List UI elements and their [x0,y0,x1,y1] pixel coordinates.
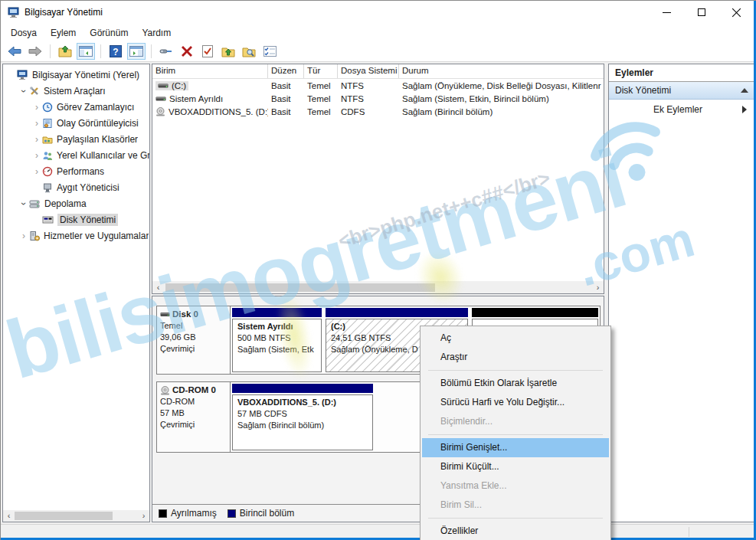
tree-item-device-manager[interactable]: Aygıt Yöneticisi [3,179,149,195]
back-icon[interactable] [5,43,24,60]
checklist-icon[interactable] [260,43,279,60]
actions-title: Eylemler [609,64,754,82]
primary-partition-bar [232,308,322,317]
chevron-collapsed-icon[interactable]: › [31,166,42,177]
svg-text:?: ? [113,47,118,57]
menu-eylem[interactable]: Eylem [44,25,83,41]
tree-item-local-users-groups[interactable]: › Yerel Kullanıcılar ve Gru [3,147,149,163]
toolbar-separator [50,44,51,58]
app-icon [8,6,20,18]
actions-item-more-actions[interactable]: Ek Eylemler [609,100,754,119]
column-header-duzen[interactable]: Düzen [268,64,304,78]
maximize-icon [698,8,705,16]
folder-upload-icon[interactable] [219,43,237,60]
partition-vboxadditions[interactable]: VBOXADDITIONS_5. (D:) 57 MB CDFS Sağlam … [231,383,374,451]
tree-item-services-applications[interactable]: › Hizmetler ve Uygulamalar [3,227,149,244]
disk-management-icon [42,214,54,225]
submenu-arrow-icon [742,106,747,113]
volume-row-vboxadditions[interactable]: VBOXADDITIONS_5. (D:) Basit Temel CDFS S… [152,105,604,118]
scroll-right-icon[interactable]: › [138,510,149,522]
scroll-left-icon[interactable]: ‹ [3,510,15,522]
tree-item-storage[interactable]: › Depolama [3,195,149,211]
tree-item-task-scheduler[interactable]: › Görev Zamanlayıcı [3,99,149,115]
check-document-icon[interactable] [198,43,217,60]
chevron-expanded-icon[interactable]: › [18,86,29,97]
column-header-dosya-sistemi[interactable]: Dosya Sistemi [338,64,399,78]
menu-item-add-mirror: Yansıtma Ekle... [422,476,609,496]
menu-item-extend-volume[interactable]: Birimi Genişlet... [422,438,609,457]
chevron-collapsed-icon[interactable]: › [31,150,42,161]
services-icon [29,231,40,241]
tree-item-computer-management[interactable]: Bilgisayar Yönetimi (Yerel) [3,67,149,83]
chevron-collapsed-icon[interactable]: › [31,118,42,129]
toolbar: ? [1,41,756,62]
cd-icon [155,107,165,116]
window-title: Bilgisayar Yönetimi [25,7,103,18]
scroll-thumb[interactable] [165,283,435,292]
toolbar-separator [100,44,101,58]
drive-icon [160,311,170,318]
device-manager-icon [42,182,53,193]
menu-item-properties[interactable]: Özellikler [422,522,609,540]
primary-partition-swatch [227,509,236,518]
primary-partition-bar [326,308,468,317]
menu-dosya[interactable]: Dosya [4,25,44,41]
collapse-icon[interactable] [741,88,748,93]
actions-panel: Eylemler Disk Yönetimi Ek Eylemler [608,64,755,522]
menu-item-shrink-volume[interactable]: Birimi Küçült... [422,457,609,476]
scroll-right-icon[interactable]: › [592,282,604,293]
tree-horizontal-scrollbar[interactable]: ‹ › [3,510,149,522]
folder-search-icon[interactable] [240,43,258,60]
computer-icon [17,70,28,80]
menu-yardim[interactable]: Yardım [135,25,178,41]
column-header-birim[interactable]: Birim [152,64,268,78]
menu-gorunum[interactable]: Görünüm [83,25,135,41]
delete-icon[interactable] [178,43,196,60]
column-header-tur[interactable]: Tür [304,64,338,78]
menu-item-change-drive-letter[interactable]: Sürücü Harfi ve Yolu Değiştir... [422,393,609,412]
disk0-label[interactable]: Disk 0 Temel 39,06 GB Çevrimiçi [157,306,231,374]
chevron-expanded-icon[interactable]: › [18,198,29,209]
scroll-left-icon[interactable]: ‹ [152,282,164,293]
tree-item-disk-management[interactable]: Disk Yönetimi [3,211,149,227]
maximize-button[interactable] [684,1,719,24]
volume-row-system-reserved[interactable]: Sistem Ayrıldı Basit Temel NTFS Sağlam (… [152,92,604,105]
menu-bar: Dosya Eylem Görünüm Yardım [1,24,756,41]
menu-item-mark-partition-active[interactable]: Bölümü Etkin Olarak İşaretle [422,374,609,393]
chevron-collapsed-icon[interactable]: › [31,102,42,113]
column-header-durum[interactable]: Durum [399,64,604,78]
legend-unallocated: Ayrılmamış [159,508,217,519]
help-icon[interactable]: ? [106,43,125,60]
minimize-button[interactable] [649,1,684,24]
tree-item-event-viewer[interactable]: › Olay Görüntüleyicisi [3,115,149,131]
menu-separator [428,434,603,435]
console-tool-icon[interactable] [157,43,175,60]
up-folder-icon[interactable] [56,43,74,60]
performance-icon [42,166,53,177]
list-horizontal-scrollbar[interactable]: ‹ › [152,281,604,293]
tree-item-system-tools[interactable]: › Sistem Araçları [3,83,149,99]
tree-item-performance[interactable]: › Performans [3,163,149,179]
tree-item-shared-folders[interactable]: › Paylaşılan Klasörler [3,131,149,147]
partition-system-reserved[interactable]: Sistem Ayrıldı 500 MB NTFS Sağlam (Siste… [231,307,322,373]
close-button[interactable] [719,1,754,24]
chevron-collapsed-icon[interactable]: › [31,134,42,145]
volume-row-c[interactable]: (C:) Basit Temel NTFS Sağlam (Önyükleme,… [152,79,604,92]
toggle-console-tree-icon[interactable] [77,43,95,60]
actions-section-disk-management[interactable]: Disk Yönetimi [609,82,754,100]
unallocated-swatch [159,509,167,518]
unallocated-bar [472,308,598,317]
menu-item-ac[interactable]: Aç [422,329,609,348]
console-tree-panel: Bilgisayar Yönetimi (Yerel) › Sistem Ara… [2,64,150,522]
drive-icon [158,82,169,90]
scroll-thumb[interactable] [15,512,113,520]
chevron-collapsed-icon[interactable]: › [18,231,29,241]
menu-item-arastir[interactable]: Araştır [422,348,609,367]
menu-separator [428,518,603,519]
toggle-action-pane-icon[interactable] [127,43,146,60]
shared-folders-icon [42,134,53,145]
forward-icon[interactable] [26,43,44,60]
cdrom0-label[interactable]: CD-ROM 0 CD-ROM 57 MB Çevrimiçi [157,382,231,452]
minimize-icon [663,12,671,13]
event-viewer-icon [42,118,53,129]
